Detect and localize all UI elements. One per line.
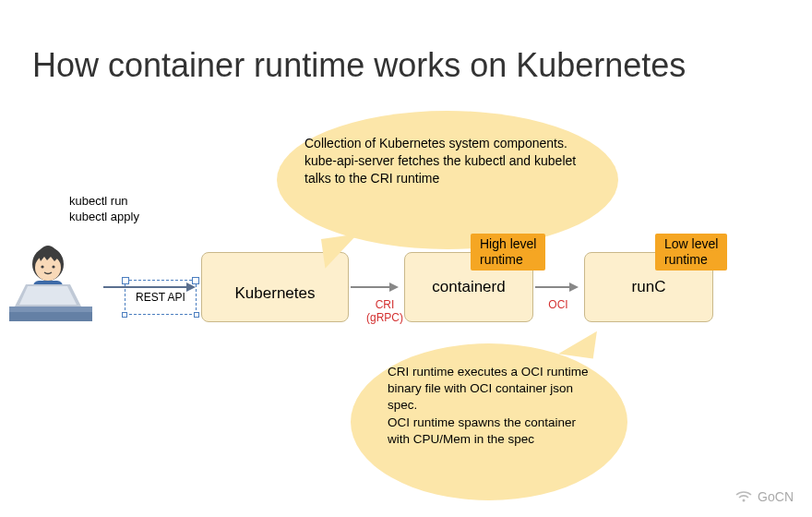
svg-point-2 [41,265,43,268]
watermark: GoCN [735,489,794,504]
kubectl-apply-label: kubectl apply [69,210,139,225]
kubernetes-label: Kubernetes [235,284,316,303]
runc-label: runC [632,278,666,296]
cri-grpc-label: CRI (gRPC) [362,298,408,325]
watermark-text: GoCN [758,489,794,504]
rest-api-label: REST API [136,291,185,304]
runc-callout-bubble: CRI runtime executes a OCI runtime binar… [351,343,627,500]
user-command-labels: kubectl run kubectl apply [69,194,139,225]
arrow-kubernetes-to-containerd [351,286,397,288]
svg-point-3 [52,265,54,268]
high-level-runtime-tag: High level runtime [471,234,545,271]
oci-label: OCI [540,298,577,311]
runc-callout-text: CRI runtime executes a OCI runtime binar… [388,365,589,446]
wifi-icon [735,490,752,503]
low-level-runtime-tag: Low level runtime [655,234,727,271]
svg-point-8 [743,499,746,502]
kubectl-run-label: kubectl run [69,194,139,210]
page-title: How container runtime works on Kubernete… [32,46,686,85]
arrow-containerd-to-runc [535,286,577,288]
kubernetes-callout-text: Collection of Kubernetes system componen… [304,136,576,186]
user-laptop-icon [9,240,102,323]
containerd-label: containerd [432,278,505,296]
svg-rect-7 [9,312,92,321]
kubernetes-callout-bubble: Collection of Kubernetes system componen… [277,111,618,249]
arrow-user-to-kubernetes [103,286,194,288]
